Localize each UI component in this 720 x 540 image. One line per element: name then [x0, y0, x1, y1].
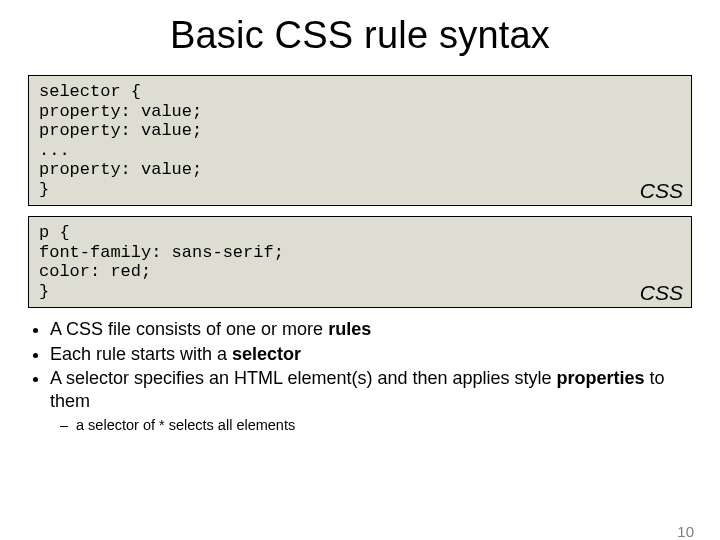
code-lang-label: CSS	[640, 179, 683, 203]
bullet-item: A selector specifies an HTML element(s) …	[50, 367, 692, 434]
slide-title: Basic CSS rule syntax	[0, 14, 720, 57]
slide: Basic CSS rule syntax selector { propert…	[0, 14, 720, 540]
code-lang-label: CSS	[640, 281, 683, 305]
code-text: selector { property: value; property: va…	[39, 82, 202, 199]
page-number: 10	[677, 523, 694, 540]
bullet-item: Each rule starts with a selector	[50, 343, 692, 366]
sub-bullet-list: a selector of * selects all elements	[50, 416, 692, 434]
code-block-syntax: selector { property: value; property: va…	[28, 75, 692, 206]
bullet-item: A CSS file consists of one or more rules	[50, 318, 692, 341]
bullet-list: A CSS file consists of one or more rules…	[28, 318, 692, 434]
code-block-example: p { font-family: sans-serif; color: red;…	[28, 216, 692, 308]
sub-bullet-item: a selector of * selects all elements	[76, 416, 692, 434]
code-text: p { font-family: sans-serif; color: red;…	[39, 223, 284, 301]
